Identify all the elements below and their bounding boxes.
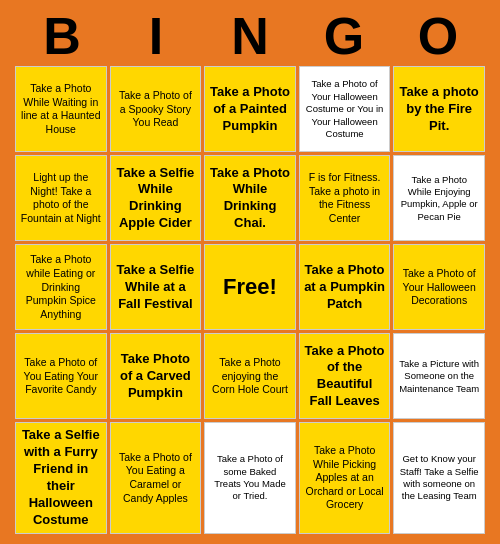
bingo-cell-21: Take a Photo of You Eating a Caramel or … [110, 422, 202, 533]
bingo-cell-24: Get to Know your Staff! Take a Selfie wi… [393, 422, 485, 533]
bingo-cell-22: Take a Photo of some Baked Treats You Ma… [204, 422, 296, 533]
bingo-cell-12: Free! [204, 244, 296, 330]
bingo-cell-11: Take a Selfie While at a Fall Festival [110, 244, 202, 330]
bingo-header: BINGO [15, 10, 485, 62]
bingo-letter-I: I [112, 10, 200, 62]
bingo-cell-16: Take Photo of a Carved Pumpkin [110, 333, 202, 419]
bingo-cell-20: Take a Selfie with a Furry Friend in the… [15, 422, 107, 533]
bingo-cell-14: Take a Photo of Your Halloween Decoratio… [393, 244, 485, 330]
bingo-cell-9: Take a Photo While Enjoying Pumpkin, App… [393, 155, 485, 241]
bingo-letter-B: B [18, 10, 106, 62]
bingo-cell-19: Take a Picture with Someone on the Maint… [393, 333, 485, 419]
bingo-cell-1: Take a Photo of a Spooky Story You Read [110, 66, 202, 152]
bingo-cell-23: Take a Photo While Picking Apples at an … [299, 422, 391, 533]
bingo-cell-15: Take a Photo of You Eating Your Favorite… [15, 333, 107, 419]
bingo-cell-5: Light up the Night! Take a photo of the … [15, 155, 107, 241]
bingo-cell-8: F is for Fitness. Take a photo in the Fi… [299, 155, 391, 241]
bingo-letter-N: N [206, 10, 294, 62]
bingo-cell-13: Take a Photo at a Pumpkin Patch [299, 244, 391, 330]
bingo-cell-6: Take a Selfie While Drinking Apple Cider [110, 155, 202, 241]
bingo-letter-G: G [300, 10, 388, 62]
bingo-cell-3: Take a Photo of Your Halloween Costume o… [299, 66, 391, 152]
bingo-cell-0: Take a Photo While Waiting in line at a … [15, 66, 107, 152]
bingo-letter-O: O [394, 10, 482, 62]
bingo-cell-7: Take a Photo While Drinking Chai. [204, 155, 296, 241]
bingo-card: BINGO Take a Photo While Waiting in line… [5, 0, 495, 543]
bingo-cell-17: Take a Photo enjoying the Corn Hole Cour… [204, 333, 296, 419]
bingo-cell-4: Take a photo by the Fire Pit. [393, 66, 485, 152]
bingo-cell-2: Take a Photo of a Painted Pumpkin [204, 66, 296, 152]
bingo-cell-10: Take a Photo while Eating or Drinking Pu… [15, 244, 107, 330]
bingo-cell-18: Take a Photo of the Beautiful Fall Leave… [299, 333, 391, 419]
bingo-grid: Take a Photo While Waiting in line at a … [15, 66, 485, 533]
